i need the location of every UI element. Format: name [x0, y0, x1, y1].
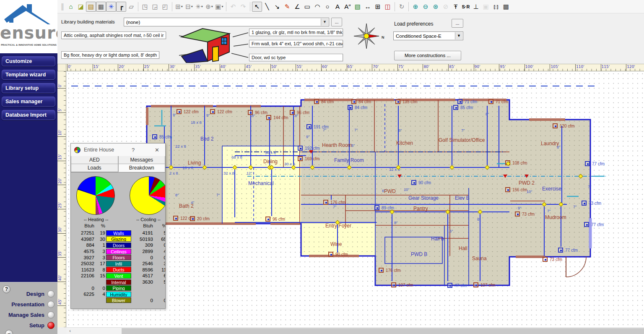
- explode-menu-icon[interactable]: ✳▾: [194, 2, 204, 12]
- center-menu-icon[interactable]: ⊕▾: [204, 2, 214, 12]
- loads-table-row: 62254Humidity: [73, 291, 164, 297]
- mode-label: Setup: [29, 322, 44, 329]
- ruler-label: 30': [58, 227, 62, 232]
- tab-aed[interactable]: AED: [71, 156, 118, 164]
- compass-rose-icon[interactable]: [353, 23, 380, 50]
- construction-callout[interactable]: Frm wall, brk 4″ ext, 1/2″ wood shth, r-…: [249, 40, 343, 47]
- sidebar-button-customize[interactable]: Customize: [2, 56, 55, 66]
- reshape-icon[interactable]: ◳: [140, 2, 150, 12]
- tab-loads[interactable]: Loads: [71, 164, 118, 172]
- sidebar-button-sales-manager[interactable]: Sales manager: [2, 97, 55, 107]
- mode-row-setup[interactable]: Setup: [0, 320, 57, 331]
- grid-toggle-icon[interactable]: ▦: [96, 2, 106, 12]
- building-report-icon[interactable]: ◪: [76, 2, 86, 12]
- tab-messages[interactable]: Messages: [118, 156, 166, 164]
- ruler-label: 30': [169, 65, 175, 69]
- stretch-tool-icon[interactable]: ↔: [363, 2, 373, 12]
- mode-radio-off[interactable]: [47, 301, 55, 308]
- horizontal-scrollbar[interactable]: ‹: [66, 327, 644, 334]
- ruler-label: 100': [525, 65, 534, 69]
- mode-radio-off[interactable]: [47, 311, 55, 318]
- entire-house-panel[interactable]: Entire House ? ✕ AEDMessages LoadsBreakd…: [70, 143, 166, 309]
- mode-row-manage-sales[interactable]: Manage Sales: [0, 310, 57, 320]
- text-style-tool-icon[interactable]: A″: [343, 2, 353, 12]
- arc-tool-icon[interactable]: ◠: [312, 2, 322, 12]
- sidebar-button-database-import[interactable]: Database Import: [2, 110, 55, 120]
- construction-callout[interactable]: 1 glazing, clr glz, mtl no brk frm mat, …: [249, 29, 343, 36]
- arrange-menu-icon[interactable]: ▣▾: [214, 2, 224, 12]
- zoom-in-icon[interactable]: ⊕: [410, 2, 421, 12]
- construction-callout[interactable]: Attic ceiling, asphalt shingles roof mat…: [61, 31, 166, 39]
- export-report-icon[interactable]: ◫: [383, 2, 393, 12]
- ruler-label: 40': [221, 65, 226, 69]
- legend-chip-ceilings: Ceilings: [106, 249, 131, 254]
- cascade-windows-icon[interactable]: ▩: [501, 2, 511, 12]
- rotate-view-icon[interactable]: ↻: [397, 2, 407, 12]
- mode-radio-off[interactable]: [47, 290, 55, 297]
- ellipse-tool-icon[interactable]: ○: [322, 2, 332, 12]
- library-materials-more-button[interactable]: ...: [331, 18, 342, 26]
- line-tool-icon[interactable]: ╲: [262, 2, 272, 12]
- toolbar-grip[interactable]: ║: [60, 3, 65, 10]
- heating-pie-chart: [76, 176, 115, 215]
- construction-house-graphic: [178, 26, 233, 63]
- more-constructions-button[interactable]: More constructions ...: [394, 51, 461, 60]
- mode-label: Design: [26, 291, 44, 297]
- chevron-down-icon[interactable]: ▼: [321, 18, 328, 26]
- align-menu-icon[interactable]: ⊞▾: [174, 2, 184, 12]
- pencil-tool-icon[interactable]: ✎: [282, 2, 292, 12]
- load-preferences-value: Conditioned Space-E: [396, 34, 441, 39]
- toolbar-separator: [226, 2, 226, 11]
- ruler-label: 35': [195, 65, 201, 69]
- tab-breakdown[interactable]: Breakdown: [118, 164, 166, 172]
- supply-return-icon[interactable]: S·R: [461, 2, 471, 12]
- panel-help-button[interactable]: ?: [129, 147, 137, 153]
- zoom-out-icon[interactable]: ⊖: [421, 2, 431, 12]
- panel-titlebar[interactable]: Entire House ? ✕: [71, 144, 165, 156]
- ortho-ruler-icon[interactable]: ┏: [116, 2, 126, 12]
- layout-icon[interactable]: ⊞: [373, 2, 383, 12]
- legend-chip-glazing: Glazing: [106, 236, 131, 242]
- mode-radio-on[interactable]: [47, 322, 55, 329]
- ruler-label: 115': [602, 65, 610, 69]
- project-open-icon[interactable]: ⌂: [66, 2, 76, 12]
- library-materials-value: (none): [126, 20, 140, 25]
- sidebar: ensure PRACTICAL & INNOVATIVE HOME SOLUT…: [0, 0, 57, 334]
- pointer-tool-icon[interactable]: ↖: [252, 2, 262, 12]
- load-preferences-more-button[interactable]: ...: [452, 19, 463, 28]
- legend-chip-ducts: Ducts: [106, 267, 131, 272]
- snap-toggle-icon[interactable]: ✳: [106, 2, 116, 12]
- group-icon[interactable]: ◲: [150, 2, 160, 12]
- scrollbar-thumb[interactable]: [122, 328, 644, 334]
- polyline-tool-icon[interactable]: ∠: [292, 2, 302, 12]
- distribute-menu-icon[interactable]: ⊟▾: [184, 2, 194, 12]
- rectangle-tool-icon[interactable]: ▭: [302, 2, 312, 12]
- panel-close-button[interactable]: ✕: [152, 147, 162, 153]
- mode-row-design[interactable]: Design: [0, 289, 57, 299]
- text-tool-icon[interactable]: A: [332, 2, 343, 12]
- chevron-down-icon[interactable]: ▼: [455, 32, 462, 39]
- mode-row-presentation[interactable]: Presentation: [0, 299, 57, 310]
- ungroup-icon[interactable]: ◰: [160, 2, 170, 12]
- elevation-icon[interactable]: ⊥: [471, 2, 481, 12]
- takeoff-icon[interactable]: Ŧ: [451, 2, 461, 12]
- load-preferences-select[interactable]: Conditioned Space-E ▼: [393, 31, 463, 40]
- scroll-left-arrow[interactable]: ‹: [66, 328, 74, 334]
- arrow-tool-icon[interactable]: ↘: [272, 2, 282, 12]
- image-tool-icon[interactable]: ▧: [353, 2, 363, 12]
- vertical-ruler[interactable]: 0'5'10'15'20'25'30'35'40'45': [57, 71, 66, 327]
- properties-icon[interactable]: [:]: [491, 2, 501, 12]
- construction-callout[interactable]: Bg floor, heavy dry or light damp soil, …: [61, 51, 159, 59]
- loads-table-row: 2210615Vent45176: [73, 273, 164, 279]
- brand-tagline: PRACTICAL & INNOVATIVE HOME SOLUTIONS: [0, 44, 57, 46]
- library-materials-select[interactable]: (none) ▼: [124, 18, 329, 26]
- horizontal-ruler[interactable]: 0'15'20'25'30'35'40'45'50'55'60'65'70'75…: [66, 64, 644, 71]
- legend-chip-floors: Floors: [106, 255, 131, 260]
- sidebar-button-template-wizard[interactable]: Template wizard: [2, 70, 55, 80]
- polygon-select-icon[interactable]: ▱: [126, 2, 136, 12]
- ruler-label: 35': [58, 250, 62, 256]
- sidebar-button-library-setup[interactable]: Library setup: [2, 83, 55, 93]
- save-drawing-icon[interactable]: ▤: [86, 2, 96, 12]
- construction-callout[interactable]: Door, wd sc type: [249, 54, 343, 61]
- zoom-extents-icon[interactable]: ⊛: [431, 2, 441, 12]
